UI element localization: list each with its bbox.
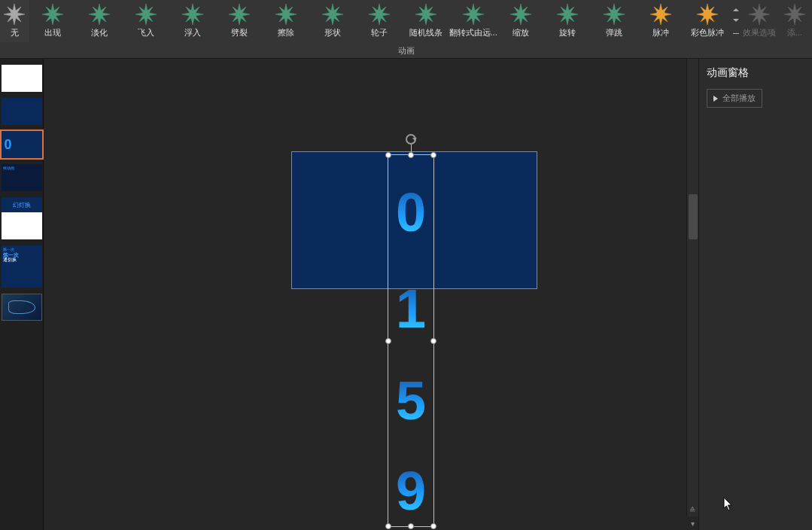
animation-4[interactable]: 浮入 [169,0,216,42]
selected-textbox[interactable]: 0 1 5 9 [388,154,434,527]
thumbnail-slide-6[interactable]: 炼一次 炼一次 通切换 [2,245,42,288]
editor-nav-buttons: ≙ ▾ [686,503,698,530]
star-icon [415,3,437,26]
expand-gallery-icon[interactable] [733,33,739,34]
ribbon-bar: 无 出现 淡化 飞入 浮入 劈裂 [0,0,812,59]
resize-handle-nw[interactable] [385,152,391,158]
star-icon [321,3,344,26]
thumbnail-slide-1[interactable] [2,65,42,92]
animation-pane-title: 动画窗格 [707,66,804,80]
play-all-button[interactable]: 全部播放 [707,89,762,108]
digit-9: 9 [396,464,426,518]
thumbnail-slide-3[interactable]: 0 [2,131,42,158]
prev-slide-icon[interactable]: ≙ [689,506,695,514]
star-icon [696,3,719,26]
animation-label: 形状 [324,27,341,38]
thumbnail-slide-2[interactable] [2,98,42,125]
play-icon [713,96,718,102]
animation-15[interactable]: 彩色脉冲 [684,0,731,42]
digit-5: 5 [396,373,426,428]
resize-handle-sw[interactable] [385,523,391,529]
ribbon-items-row: 无 出现 淡化 飞入 浮入 劈裂 [0,0,812,42]
animation-13[interactable]: 弹跳 [591,0,637,42]
thumbnail-slide-5[interactable]: 幻灯换 [2,197,42,239]
star-icon [603,3,625,26]
animation-3[interactable]: 飞入 [123,0,169,42]
ribbon-disabled-0: 效果选项 [742,0,777,42]
star-icon [41,3,64,26]
animation-6[interactable]: 擦除 [263,0,309,42]
thumbnail-slide-7[interactable] [2,294,42,321]
star-icon [783,3,806,26]
animation-label: 擦除 [278,27,294,38]
star-icon [509,3,532,26]
animation-10[interactable]: 翻转式由远... [449,0,497,42]
resize-handle-ne[interactable] [430,152,436,158]
animation-label: 弹跳 [606,27,622,38]
star-icon [135,3,157,26]
slide-thumbnails: 0 线动画 幻灯换 炼一次 炼一次 通切换 [0,59,44,530]
star-icon [748,3,771,26]
animation-5[interactable]: 劈裂 [216,0,263,42]
animation-1[interactable]: 出现 [29,0,76,42]
animation-label: 出现 [44,27,61,38]
resize-handle-s[interactable] [408,523,414,529]
slide-editor[interactable]: 0 1 5 9 ≙ ▾ [44,59,698,530]
resize-handle-w[interactable] [385,338,391,344]
digit-0: 0 [396,185,426,239]
thumbnail-slide-4[interactable]: 线动画 [2,164,42,191]
animation-2[interactable]: 淡化 [76,0,123,42]
star-icon [228,3,251,26]
resize-handle-e[interactable] [430,338,436,344]
main-area: 0 线动画 幻灯换 炼一次 炼一次 通切换 [0,59,812,530]
ribbon-disabled-1: 添... [777,0,812,42]
star-icon [649,3,672,26]
animation-label: 劈裂 [231,27,248,38]
star-icon [556,3,579,26]
play-all-label: 全部播放 [722,93,756,104]
star-icon [368,3,391,26]
ribbon-group-label: 动画 [0,42,812,59]
animation-11[interactable]: 缩放 [497,0,544,42]
animation-label: 淡化 [91,27,108,38]
animation-label: 无 [11,27,19,38]
scroll-up-icon[interactable] [733,8,739,11]
ribbon-disabled-label: 效果选项 [743,27,776,38]
next-slide-icon[interactable]: ▾ [691,519,695,528]
resize-handle-n[interactable] [408,152,414,158]
scrollbar-thumb[interactable] [689,194,698,239]
animation-7[interactable]: 形状 [309,0,356,42]
animation-label: 浮入 [184,27,201,38]
editor-vertical-scrollbar[interactable] [686,59,698,516]
star-icon [181,3,204,26]
animation-label: 随机线条 [409,27,442,38]
animation-label: 飞入 [138,27,154,38]
animation-label: 缩放 [512,27,529,38]
star-icon [88,3,111,26]
ribbon-disabled-label: 添... [787,27,802,38]
animation-gallery-scroll[interactable] [731,0,743,42]
animation-pane: 动画窗格 全部播放 [698,59,812,530]
digit-1: 1 [396,282,426,336]
star-icon [462,3,485,26]
resize-handle-se[interactable] [430,523,436,529]
rotate-handle[interactable] [406,134,416,145]
thumb-digit: 0 [5,137,12,153]
animation-label: 脉冲 [652,27,669,38]
animation-label: 翻转式由远... [449,27,497,38]
animation-12[interactable]: 旋转 [544,0,591,42]
animation-label: 彩色脉冲 [691,27,724,38]
animation-label: 轮子 [371,27,388,38]
animation-8[interactable]: 轮子 [356,0,403,42]
star-icon [3,3,26,26]
scroll-down-icon[interactable] [733,19,739,22]
animation-0[interactable]: 无 [0,0,29,42]
star-icon [275,3,297,26]
animation-9[interactable]: 随机线条 [403,0,449,42]
animation-14[interactable]: 脉冲 [637,0,684,42]
animation-label: 旋转 [559,27,576,38]
